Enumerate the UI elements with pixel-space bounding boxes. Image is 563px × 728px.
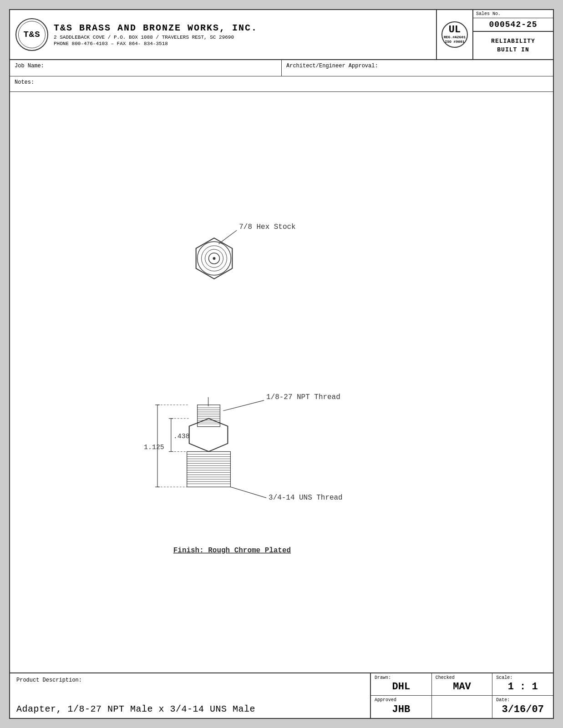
svg-rect-10: [198, 405, 220, 427]
ul-iso: ISO #9001: [445, 40, 464, 44]
checked-cell: Checked MAV: [432, 673, 493, 695]
header: T&S T&S BRASS AND BRONZE WORKS, INC. 2 S…: [10, 10, 553, 60]
svg-line-39: [230, 487, 266, 498]
approved-label: Approved: [375, 698, 428, 703]
sales-no-label: Sales No.: [473, 10, 553, 18]
logo: T&S: [15, 18, 48, 51]
logo-text: T&S: [23, 30, 40, 40]
ul-reg: REG.#A2601: [444, 35, 466, 40]
footer-right-top: Drawn: DHL Checked MAV Scale: 1 : 1: [371, 673, 553, 696]
ul-block: UL REG.#A2601 ISO #9001: [437, 10, 473, 59]
company-address: 2 SADDLEBACK COVE / P.O. BOX 1088 / TRAV…: [54, 35, 258, 40]
header-left: T&S T&S BRASS AND BRONZE WORKS, INC. 2 S…: [10, 10, 437, 59]
dim-1125: 1.125: [144, 444, 164, 451]
annotation-uns-thread: 3/4-14 UNS Thread: [269, 494, 343, 502]
footer: Product Description: Adapter, 1/8-27 NPT…: [10, 672, 553, 718]
arch-cell: Architect/Engineer Approval:: [282, 60, 553, 76]
approved-cell: Approved JHB: [371, 696, 432, 718]
page: T&S T&S BRASS AND BRONZE WORKS, INC. 2 S…: [9, 9, 554, 719]
drawing-area: 7/8 Hex Stock 1/8-27 NPT Thread: [10, 92, 553, 672]
drawn-cell: Drawn: DHL: [371, 673, 432, 695]
finish-label: Finish: Rough Chrome Plated: [173, 546, 291, 555]
checked-label: Checked: [436, 675, 489, 680]
ul-logo: UL REG.#A2601 ISO #9001: [441, 21, 468, 48]
npt-threads: [198, 405, 220, 427]
footer-right: Drawn: DHL Checked MAV Scale: 1 : 1 Appr…: [371, 673, 553, 718]
date-label: Date:: [496, 698, 549, 703]
notes-row: Notes:: [10, 76, 553, 92]
scale-value: 1 : 1: [496, 680, 549, 693]
uns-threads: [187, 451, 231, 487]
arch-label: Architect/Engineer Approval:: [286, 63, 378, 69]
reliability-block: RELIABILITY BUILT IN: [473, 32, 553, 59]
svg-marker-21: [189, 419, 228, 452]
scale-label: Scale:: [496, 675, 549, 680]
company-phone: PHONE 800-476-4103 – FAX 864- 834-3518: [54, 41, 258, 46]
drawn-value: DHL: [375, 680, 428, 693]
checked-value: MAV: [436, 680, 489, 693]
scale-cell: Scale: 1 : 1: [492, 673, 553, 695]
job-name-label: Job Name:: [15, 63, 44, 69]
dim-438: .438: [173, 433, 190, 440]
footer-left: Product Description: Adapter, 1/8-27 NPT…: [10, 673, 371, 718]
svg-point-6: [213, 257, 216, 260]
company-name: T&S BRASS AND BRONZE WORKS, INC.: [54, 23, 258, 33]
svg-line-9: [223, 400, 264, 411]
header-title-block: T&S BRASS AND BRONZE WORKS, INC. 2 SADDL…: [54, 23, 258, 46]
annotation-hex-stock: 7/8 Hex Stock: [239, 223, 295, 231]
date-value: 3/16/07: [496, 703, 549, 716]
date-cell: Date: 3/16/07: [492, 696, 553, 718]
header-right: Sales No. 000542-25 RELIABILITY BUILT IN: [473, 10, 553, 59]
reliability-line1: RELIABILITY: [491, 37, 535, 46]
footer-right-bottom: Approved JHB Date: 3/16/07: [371, 696, 553, 718]
job-row: Job Name: Architect/Engineer Approval:: [10, 60, 553, 76]
product-desc-value: Adapter, 1/8-27 NPT Male x 3/4-14 UNS Ma…: [16, 704, 364, 714]
approved-value: JHB: [375, 703, 428, 716]
approved-empty-cell: [432, 696, 493, 718]
notes-label: Notes:: [15, 79, 34, 86]
drawn-label: Drawn:: [375, 675, 428, 680]
sales-no-value: 000542-25: [473, 18, 553, 32]
annotation-npt-thread: 1/8-27 NPT Thread: [266, 393, 340, 401]
job-name-cell: Job Name:: [10, 60, 282, 76]
drawing-svg: 7/8 Hex Stock 1/8-27 NPT Thread: [10, 92, 553, 672]
reliability-line2: BUILT IN: [497, 46, 529, 55]
product-desc-label: Product Description:: [16, 677, 364, 683]
